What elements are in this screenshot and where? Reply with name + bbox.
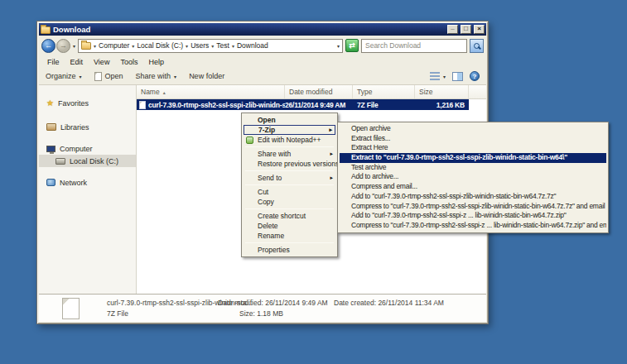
new-folder-button[interactable]: New folder xyxy=(189,72,224,80)
drive-icon xyxy=(55,158,65,165)
context-menu-item-copy[interactable]: Copy xyxy=(244,197,335,207)
submenu-item-compress-to-7z-email[interactable]: Compress to "curl-7.39.0-rtmp-ssh2-ssl-s… xyxy=(340,202,606,212)
7zip-submenu: Open archive Extract files... Extract He… xyxy=(337,122,609,233)
computer-icon xyxy=(46,146,55,152)
breadcrumb[interactable]: ▾ Computer ▾ Local Disk (C:) ▾ Users ▾ T… xyxy=(78,39,343,53)
context-menu-item-send-to[interactable]: Send to▸ xyxy=(244,173,335,183)
submenu-arrow-icon: ▸ xyxy=(329,126,332,134)
context-menu-item-cut[interactable]: Cut xyxy=(244,187,335,197)
menu-item-label: 7-Zip xyxy=(258,126,275,134)
menu-item-label: Extract to "curl-7.39.0-rtmp-ssh2-ssl-ss… xyxy=(351,153,567,161)
sort-asc-icon: ▴ xyxy=(163,90,166,95)
open-button[interactable]: Open xyxy=(94,72,123,81)
file-preview-icon xyxy=(62,298,80,319)
menu-separator xyxy=(245,170,334,171)
context-menu-item-7zip[interactable]: 7-Zip▸ xyxy=(244,125,335,135)
libraries-icon xyxy=(46,123,56,131)
submenu-item-extract-here[interactable]: Extract Here xyxy=(340,143,606,153)
menu-item-label: Add to "curl-7.39.0-rtmp-ssh2-ssl-sspi-z… xyxy=(351,211,567,219)
column-headers: Name▴ Date modified Type Size xyxy=(137,85,486,99)
file-name: curl-7.39.0-rtmp-ssh2-ssl-sspi-zlib-wini… xyxy=(148,101,285,109)
submenu-arrow-icon: ▸ xyxy=(330,173,333,183)
maximize-button[interactable]: □ xyxy=(461,25,471,34)
preview-pane-button[interactable] xyxy=(452,72,463,81)
back-button[interactable]: ← xyxy=(41,39,55,53)
sidebar-item-favorites[interactable]: ★ Favorites xyxy=(39,97,136,109)
sidebar-item-network[interactable]: Network xyxy=(39,176,136,189)
title-bar[interactable]: Download _ □ × xyxy=(39,23,486,36)
chevron-down-icon[interactable]: ▾ xyxy=(211,43,214,49)
close-button[interactable]: × xyxy=(474,25,485,34)
menu-item-label: Extract Here xyxy=(351,143,388,151)
chevron-down-icon[interactable]: ▾ xyxy=(232,43,234,49)
column-header-size[interactable]: Size xyxy=(415,85,469,98)
context-menu-item-open[interactable]: Open xyxy=(244,115,335,125)
breadcrumb-item-download[interactable]: Download xyxy=(237,41,268,50)
submenu-item-extract-to[interactable]: Extract to "curl-7.39.0-rtmp-ssh2-ssl-ss… xyxy=(340,153,606,163)
column-header-type[interactable]: Type xyxy=(353,85,415,98)
history-dropdown-icon[interactable]: ▾ xyxy=(73,43,75,49)
chevron-down-icon[interactable]: ▾ xyxy=(132,43,134,49)
column-header-date-modified[interactable]: Date modified xyxy=(285,85,353,98)
submenu-arrow-icon: ▸ xyxy=(330,149,333,159)
organize-button[interactable]: Organize ▾ xyxy=(46,72,82,80)
menu-item-label: Compress to "curl-7.39.0-rtmp-ssh2-ssl-s… xyxy=(351,221,606,229)
chevron-down-icon[interactable]: ▾ xyxy=(94,43,96,49)
chevron-down-icon[interactable]: ▾ xyxy=(186,43,188,49)
context-menu-item-properties[interactable]: Properties xyxy=(244,245,335,255)
search-button[interactable] xyxy=(470,39,484,53)
menu-item-label: Restore previous versions xyxy=(258,160,339,168)
breadcrumb-item-local-disk[interactable]: Local Disk (C:) xyxy=(137,41,183,50)
minimize-button[interactable]: _ xyxy=(447,25,458,34)
menu-separator xyxy=(245,208,334,209)
submenu-item-open-archive[interactable]: Open archive xyxy=(340,124,606,134)
context-menu-item-share-with[interactable]: Share with▸ xyxy=(244,149,335,159)
menu-separator xyxy=(245,184,334,185)
menu-item-label: Create shortcut xyxy=(258,212,306,220)
menu-item-label: Compress to "curl-7.39.0-rtmp-ssh2-ssl-s… xyxy=(351,202,605,210)
breadcrumb-item-computer[interactable]: Computer xyxy=(99,41,129,50)
context-menu-item-delete[interactable]: Delete xyxy=(244,221,335,231)
search-input[interactable]: Search Download xyxy=(361,39,467,53)
chevron-down-icon: ▾ xyxy=(174,74,176,79)
menu-file[interactable]: File xyxy=(47,58,60,66)
column-header-name[interactable]: Name▴ xyxy=(137,85,285,98)
forward-button[interactable]: → xyxy=(56,39,70,53)
sidebar-item-libraries[interactable]: Libraries xyxy=(39,121,136,133)
file-size-cell: 1,216 KB xyxy=(415,101,469,109)
column-label: Name xyxy=(141,88,160,96)
context-menu-item-edit-notepad[interactable]: Edit with Notepad++ xyxy=(244,135,335,145)
context-menu-item-create-shortcut[interactable]: Create shortcut xyxy=(244,211,335,221)
help-button[interactable]: ? xyxy=(470,71,480,81)
submenu-item-compress-to-zip-email[interactable]: Compress to "curl-7.39.0-rtmp-ssh2-ssl-s… xyxy=(340,221,606,231)
folder-icon xyxy=(41,26,51,34)
menu-bar: File Edit View Tools Help xyxy=(39,55,486,68)
submenu-item-extract-files[interactable]: Extract files... xyxy=(340,134,606,144)
sidebar-item-computer[interactable]: Computer xyxy=(39,142,136,155)
menu-item-label: Test archive xyxy=(351,163,386,171)
address-dropdown-icon[interactable]: ▾ xyxy=(337,43,340,49)
sidebar-item-local-disk[interactable]: Local Disk (C:) xyxy=(39,155,136,167)
notepad-plus-plus-icon xyxy=(246,136,253,144)
menu-edit[interactable]: Edit xyxy=(70,58,84,66)
menu-view[interactable]: View xyxy=(94,58,109,66)
context-menu-item-restore-versions[interactable]: Restore previous versions xyxy=(244,159,335,169)
menu-tools[interactable]: Tools xyxy=(120,58,137,66)
submenu-item-compress-email[interactable]: Compress and email... xyxy=(340,182,606,192)
submenu-item-add-to-archive[interactable]: Add to archive... xyxy=(340,172,606,182)
submenu-item-test-archive[interactable]: Test archive xyxy=(340,163,606,173)
file-row-selected[interactable]: curl-7.39.0-rtmp-ssh2-ssl-sspi-zlib-wini… xyxy=(137,99,469,110)
open-label: Open xyxy=(105,72,123,80)
menu-item-label: Extract files... xyxy=(351,134,390,142)
menu-help[interactable]: Help xyxy=(148,58,164,66)
context-menu-item-rename[interactable]: Rename xyxy=(244,231,335,241)
sidebar-item-label: Favorites xyxy=(58,99,89,108)
submenu-item-add-to-zip[interactable]: Add to "curl-7.39.0-rtmp-ssh2-ssl-sspi-z… xyxy=(340,211,606,221)
breadcrumb-item-test[interactable]: Test xyxy=(216,41,229,50)
views-button[interactable]: ▾ xyxy=(430,72,446,80)
command-bar: Organize ▾ Open Share with ▾ New folder … xyxy=(39,68,486,85)
share-with-button[interactable]: Share with ▾ xyxy=(136,72,177,80)
breadcrumb-item-users[interactable]: Users xyxy=(191,41,209,50)
refresh-button[interactable]: ⇄ xyxy=(345,39,359,52)
submenu-item-add-to-7z[interactable]: Add to "curl-7.39.0-rtmp-ssh2-ssl-sspi-z… xyxy=(340,192,606,202)
